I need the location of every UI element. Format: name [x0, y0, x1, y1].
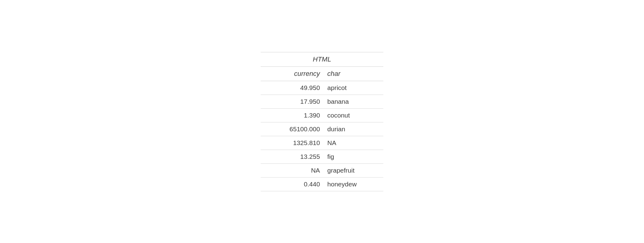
- currency-cell: 65100.000: [261, 122, 325, 136]
- table-row: 13.255fig: [261, 150, 383, 163]
- currency-cell: 1.390: [261, 108, 325, 122]
- table-container: HTML currency char 49.950apricot17.950ba…: [261, 52, 383, 191]
- currency-subheader: currency: [261, 66, 325, 81]
- table-row: 49.950apricot: [261, 81, 383, 95]
- char-cell: apricot: [325, 81, 383, 95]
- char-cell: durian: [325, 122, 383, 136]
- currency-cell: 13.255: [261, 150, 325, 163]
- column-header-row: HTML: [261, 52, 383, 66]
- subheader-row: currency char: [261, 66, 383, 81]
- data-table: HTML currency char 49.950apricot17.950ba…: [261, 52, 383, 191]
- char-subheader: char: [325, 66, 383, 81]
- currency-cell: 1325.810: [261, 136, 325, 150]
- html-column-header: HTML: [261, 52, 383, 66]
- char-cell: honeydew: [325, 177, 383, 191]
- currency-cell: NA: [261, 163, 325, 177]
- char-cell: grapefruit: [325, 163, 383, 177]
- currency-cell: 17.950: [261, 95, 325, 108]
- table-row: 65100.000durian: [261, 122, 383, 136]
- table-row: 0.440honeydew: [261, 177, 383, 191]
- table-row: 17.950banana: [261, 95, 383, 108]
- table-row: 1.390coconut: [261, 108, 383, 122]
- currency-cell: 49.950: [261, 81, 325, 95]
- table-body: 49.950apricot17.950banana1.390coconut651…: [261, 81, 383, 191]
- char-cell: banana: [325, 95, 383, 108]
- char-cell: coconut: [325, 108, 383, 122]
- currency-cell: 0.440: [261, 177, 325, 191]
- char-cell: NA: [325, 136, 383, 150]
- table-row: NAgrapefruit: [261, 163, 383, 177]
- table-row: 1325.810NA: [261, 136, 383, 150]
- char-cell: fig: [325, 150, 383, 163]
